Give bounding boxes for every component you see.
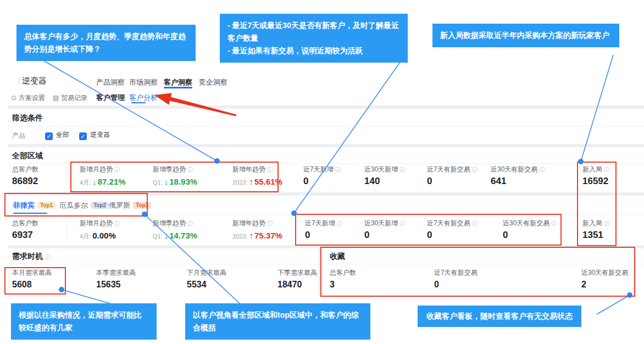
settings-icon: ⊙ bbox=[11, 94, 16, 102]
stat-year-trend: 新增年趋势ⓘ 2023:↑75.37% bbox=[232, 219, 282, 240]
demand-divider bbox=[8, 264, 318, 264]
info-icon[interactable]: ⓘ bbox=[335, 166, 341, 174]
info-icon[interactable]: ⓘ bbox=[114, 166, 120, 174]
stat-demand-next-month: 下月需求最高 5534 bbox=[187, 268, 226, 290]
info-icon[interactable]: ⓘ bbox=[539, 166, 545, 174]
top2-badge: Top2 bbox=[91, 202, 109, 209]
country-tab-ecuador[interactable]: 厄瓜多尔Top2 bbox=[59, 201, 109, 210]
tab-customer-insight[interactable]: 客户洞察 bbox=[164, 77, 192, 87]
stat-quarter-trend: 新增季趋势ⓘ Q1:↓18.93% bbox=[153, 165, 197, 186]
stat-fav-trade-30d: 近30天有新交易 2 bbox=[581, 268, 628, 290]
filter-divider bbox=[8, 126, 644, 126]
info-icon[interactable]: ⓘ bbox=[267, 166, 273, 174]
stat-fav-trade-7d: 近7天有新交易 0 bbox=[434, 268, 478, 290]
all-region-card: 全部区域 总客户数 86892 新增月趋势ⓘ 4月:↓87.21% 新增季趋势ⓘ… bbox=[8, 147, 644, 192]
stat-month-trend: 新增月趋势ⓘ 4月:↓87.21% bbox=[80, 165, 126, 187]
stat-year-trend: 新增年趋势ⓘ 2023:↑55.61% bbox=[232, 165, 282, 186]
active-subtab-underline bbox=[131, 102, 146, 103]
info-icon[interactable]: ⓘ bbox=[399, 166, 405, 174]
checkbox-inverter[interactable]: ✓逆变器 bbox=[79, 130, 110, 140]
info-icon[interactable]: ⓘ bbox=[604, 220, 609, 228]
active-country-underline bbox=[13, 213, 47, 214]
product-filter-label: 产品 bbox=[12, 131, 25, 141]
info-icon[interactable]: ⓘ bbox=[472, 220, 478, 228]
stat-total-customers: 总客户数 86892 bbox=[12, 165, 38, 187]
stat-demand-this-month: 本月需求最高 5608 bbox=[12, 268, 52, 290]
back-icon[interactable]: 〈 bbox=[13, 76, 21, 86]
document-icon: ▤ bbox=[53, 94, 59, 102]
stat-new-7d: 近7天新增ⓘ 0 bbox=[303, 165, 341, 187]
stat-trade-7d: 近7天有新交易ⓘ 0 bbox=[427, 219, 478, 241]
country-tab-philippines[interactable]: 菲律宾Top1 bbox=[13, 201, 55, 210]
stat-month-trend: 新增月趋势ⓘ 4月:0.00% bbox=[80, 219, 120, 241]
stat-divider bbox=[66, 221, 67, 238]
stat-demand-this-quarter: 本季需求最高 15635 bbox=[96, 268, 136, 290]
note-top-middle: - 最近7天或最近30天是否有新客户，及时了解最近客户数量 - 最近如果有新交易… bbox=[220, 14, 408, 63]
tab-market-insight[interactable]: 市场洞察 bbox=[129, 77, 158, 87]
stat-fav-total: 总客户数 3 bbox=[330, 268, 356, 290]
subtab-customer-management[interactable]: 客户管理 bbox=[96, 93, 125, 103]
stat-divider bbox=[66, 167, 67, 185]
info-icon[interactable]: ⓘ bbox=[187, 166, 193, 174]
header-divider bbox=[90, 78, 91, 89]
tab-product-insight[interactable]: 产品洞察 bbox=[96, 77, 125, 87]
stat-new-7d: 近7天新增ⓘ 0 bbox=[305, 219, 342, 241]
demand-card: 需求时机ⓘ 本月需求最高 5608 本季需求最高 15635 下月需求最高 55… bbox=[8, 248, 318, 297]
checkbox-checked-icon: ✓ bbox=[45, 132, 53, 140]
info-icon[interactable]: ⓘ bbox=[187, 220, 193, 228]
note-bottom-left: 根据以往采购情况，近期需求可能比较旺盛的有几家 bbox=[11, 303, 157, 340]
stat-new-entrants: 新入局ⓘ 16592 bbox=[582, 165, 609, 187]
top-region-divider bbox=[8, 214, 644, 215]
active-tab-underline bbox=[164, 87, 192, 88]
all-region-title: 全部区域 bbox=[12, 151, 43, 161]
trade-records-button[interactable]: ▤贸易记录 bbox=[53, 93, 87, 103]
stat-demand-next-quarter: 下季需求最高 18470 bbox=[277, 268, 317, 290]
stat-new-30d: 近30天新增ⓘ 140 bbox=[364, 165, 405, 187]
note-bottom-right: 收藏客户看板，随时查看客户有无交易状态 bbox=[418, 306, 581, 327]
country-tab-russia[interactable]: 俄罗斯Top3 bbox=[109, 201, 151, 210]
tab-competitor-insight[interactable]: 竞企洞察 bbox=[199, 77, 227, 87]
stat-new-30d: 近30天新增ⓘ 0 bbox=[364, 219, 405, 241]
top-region-card: 菲律宾Top1 厄瓜多尔Top2 俄罗斯Top3 总客户数 6937 新增月趋势… bbox=[8, 196, 644, 245]
filter-title: 筛选条件 bbox=[12, 113, 43, 123]
info-icon[interactable]: ⓘ bbox=[45, 253, 50, 261]
header-card: 〈 逆变器 产品洞察 市场洞察 客户洞察 竞企洞察 ⊙方案设置 ▤贸易记录 客户… bbox=[8, 71, 644, 106]
info-icon[interactable]: ⓘ bbox=[604, 166, 609, 174]
favorites-card: 收藏 总客户数 3 近7天有新交易 0 近30天有新交易 2 bbox=[321, 248, 644, 297]
stat-trade-7d: 近7天有新交易ⓘ 0 bbox=[427, 165, 478, 187]
note-top-left: 总体客户有多少，月度趋势、季度趋势和年度趋势分别是增长或下降？ bbox=[16, 25, 196, 61]
filter-card: 筛选条件 产品 ✓全部 ✓逆变器 bbox=[8, 109, 644, 144]
demand-title: 需求时机ⓘ bbox=[12, 252, 50, 262]
note-bottom-middle: 以客户视角看全部区域和top区域中，和客户的综合概括 bbox=[185, 303, 370, 340]
checkbox-all[interactable]: ✓全部 bbox=[45, 130, 69, 140]
favorites-title: 收藏 bbox=[330, 252, 345, 262]
favorites-divider bbox=[321, 264, 644, 264]
stat-total-customers: 总客户数 6937 bbox=[12, 219, 38, 241]
top3-badge: Top3 bbox=[133, 202, 151, 209]
subtab-divider bbox=[125, 94, 125, 101]
note-top-right: 新入局数据采取近半年内采购本方案的新玩家客户 bbox=[432, 24, 619, 47]
info-icon[interactable]: ⓘ bbox=[337, 220, 342, 228]
info-icon[interactable]: ⓘ bbox=[399, 220, 405, 228]
stat-new-entrants: 新入局ⓘ 1351 bbox=[582, 219, 609, 241]
page-title: 逆变器 bbox=[22, 76, 47, 86]
stat-trade-30d: 近30天有新交易ⓘ 0 bbox=[503, 219, 557, 241]
info-icon[interactable]: ⓘ bbox=[114, 220, 120, 228]
info-icon[interactable]: ⓘ bbox=[551, 220, 557, 228]
checkbox-checked-icon: ✓ bbox=[79, 132, 87, 140]
info-icon[interactable]: ⓘ bbox=[267, 220, 273, 228]
stat-quarter-trend: 新增季趋势ⓘ Q1:↓14.73% bbox=[153, 219, 197, 240]
info-icon[interactable]: ⓘ bbox=[472, 166, 478, 174]
plan-settings-button[interactable]: ⊙方案设置 bbox=[11, 93, 45, 103]
stat-trade-30d: 近30天有新交易ⓘ 641 bbox=[491, 165, 545, 187]
subtab-customer-analysis[interactable]: 客户分析 bbox=[129, 93, 158, 103]
top1-badge: Top1 bbox=[37, 202, 55, 209]
all-region-divider bbox=[8, 163, 644, 164]
